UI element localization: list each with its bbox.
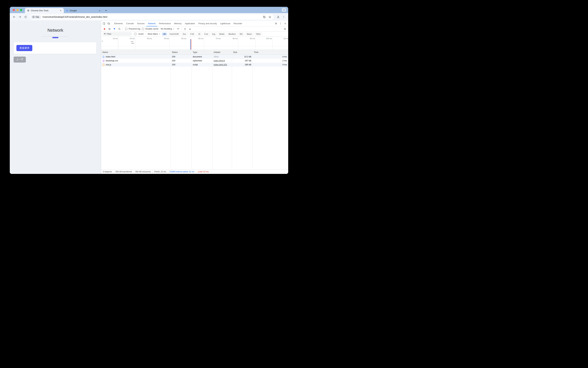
network-request-row[interactable]: index.html 200 document Other 10.2 kB 4 … [101,55,288,59]
translate-icon[interactable] [262,15,266,19]
record-network-log-icon[interactable] [102,27,107,31]
devtools-close-icon[interactable] [283,22,288,26]
network-toolbar: Preserve log Disable cache No throttling [101,26,288,32]
browser-tab-chrome-dev-tools[interactable]: Chrome Dev Tools [25,8,64,13]
filter-chip-font[interactable]: Font [203,33,210,36]
devtools-tab-network[interactable]: Network [146,21,157,26]
filter-input[interactable] [107,33,128,35]
column-divider[interactable] [232,50,232,169]
column-divider[interactable] [191,50,192,169]
back-button[interactable] [12,14,17,19]
svg-text:( ): ( ) [103,64,104,65]
column-divider[interactable] [253,50,253,169]
tab-close-icon[interactable] [98,9,101,12]
new-tab-button[interactable] [104,8,108,13]
devtools-settings-gear-icon[interactable] [274,22,278,26]
timeline-tick-label: 110 ms [273,37,288,39]
devtools-tab-application[interactable]: Application [183,21,197,26]
load-event-marker [191,39,191,50]
column-header-initiator[interactable]: Initiator [212,51,232,54]
waterfall-bar [131,41,133,42]
network-overview-timeline[interactable]: 10 ms 20 ms 30 ms 40 ms 50 ms 60 ms 70 m… [101,37,288,50]
network-filter-bar: Invert More filters All Fetch/XHR Doc CS… [101,32,288,37]
devtools-tab-recorder[interactable]: Recorder [232,21,244,26]
previous-section-button[interactable]: 上一节 [14,56,26,63]
import-har-icon[interactable] [183,27,187,31]
disable-cache-checkbox[interactable] [142,28,144,30]
preserve-log-label: Preserve log [129,28,140,30]
tab-search-button[interactable] [282,8,286,12]
filter-chip-all[interactable]: All [162,33,167,36]
chevron-down-icon [173,28,175,30]
filter-chip-img[interactable]: Img [211,33,217,36]
browser-menu-kebab-icon[interactable] [281,14,286,19]
filter-chip-doc[interactable]: Doc [181,33,188,36]
devtools-menu-kebab-icon[interactable] [278,22,283,26]
table-header-row: Name Status Type Initiator Size Time [101,50,288,55]
column-header-size[interactable]: Size [232,51,253,54]
column-header-type[interactable]: Type [191,51,212,54]
svg-text:{}: {} [103,60,104,62]
window-zoom-button[interactable] [20,9,22,11]
forward-button[interactable] [18,14,22,19]
filter-chip-manifest[interactable]: Manifest [227,33,237,36]
devtools-tab-elements[interactable]: Elements [113,21,124,26]
device-toolbar-icon[interactable] [106,22,111,26]
send-request-button[interactable]: 发送请求 [16,45,32,51]
inspect-element-icon[interactable] [102,22,106,26]
request-initiator-link[interactable]: index.html:201 [214,64,227,66]
devtools-tab-lighthouse[interactable]: Lighthouse [219,21,232,26]
column-header-name[interactable]: Name [101,51,171,54]
devtools-panel: Elements Console Sources Network Perform… [101,21,288,174]
column-header-time[interactable]: Time [253,51,288,54]
network-request-row[interactable]: {} bootstrap.css 200 stylesheet index.ht… [101,59,288,63]
tab-close-icon[interactable] [59,9,62,12]
request-status: 200 [171,60,191,62]
window-close-button[interactable] [13,9,15,11]
tab-title: Google [70,9,97,12]
network-settings-gear-icon[interactable] [282,27,287,31]
column-header-status[interactable]: Status [171,51,191,54]
bookmark-star-icon[interactable] [268,15,272,19]
timeline-tick-label: 20 ms [118,37,135,39]
address-bar[interactable]: File /Users/eve/Desktop/CS/Frontend/chro… [30,14,274,20]
column-divider[interactable] [212,50,212,169]
filter-chip-media[interactable]: Media [218,33,226,36]
filter-funnel-icon[interactable] [112,27,117,31]
window-content: Network 发送请求 上一节 Elements [10,21,288,174]
devtools-tab-performance[interactable]: Performance [157,21,173,26]
window-minimize-button[interactable] [16,9,18,11]
export-har-icon[interactable] [188,27,192,31]
browser-tab-google[interactable]: G Google [64,8,103,13]
filter-chip-css[interactable]: CSS [189,33,196,36]
devtools-tab-memory[interactable]: Memory [172,21,183,26]
address-bar-url[interactable]: /Users/eve/Desktop/CS/Frontend/chrome_de… [43,16,261,18]
invert-checkbox[interactable] [134,33,136,35]
tab-indicator [52,37,58,38]
preserve-log-checkbox[interactable] [125,28,127,30]
devtools-tab-sources[interactable]: Sources [135,21,146,26]
reload-button[interactable] [23,14,28,19]
site-info-chip[interactable]: File [31,15,41,19]
clear-network-log-icon[interactable] [107,27,112,31]
filter-chip-wasm[interactable]: Wasm [245,33,253,36]
resources-size: 592 kB resources [135,171,151,173]
devtools-tab-console[interactable]: Console [124,21,135,26]
devtools-tab-privacy-and-security[interactable]: Privacy and security [197,21,219,26]
filter-chip-other[interactable]: Other [255,33,262,36]
filter-chip-js[interactable]: JS [197,33,202,36]
network-conditions-icon[interactable] [176,27,180,31]
network-request-row[interactable]: ( ) vue.js 200 script index.html:201 285… [101,63,288,67]
search-icon[interactable] [117,27,122,31]
more-filters-button[interactable]: More filters [147,33,161,35]
profile-avatar[interactable] [276,14,281,19]
filter-field[interactable] [102,32,132,36]
filter-chip-ws[interactable]: WS [238,33,244,36]
tab-strip: Chrome Dev Tools G Google [10,7,288,13]
disable-cache-label: Disable cache [145,28,158,30]
request-initiator: Other [214,55,219,58]
filter-chip-fetch-xhr[interactable]: Fetch/XHR [168,33,180,36]
request-initiator-link[interactable]: index.html:8 [214,60,225,62]
throttling-select[interactable]: No throttling [159,28,176,30]
request-time: 4 ms [253,64,288,66]
